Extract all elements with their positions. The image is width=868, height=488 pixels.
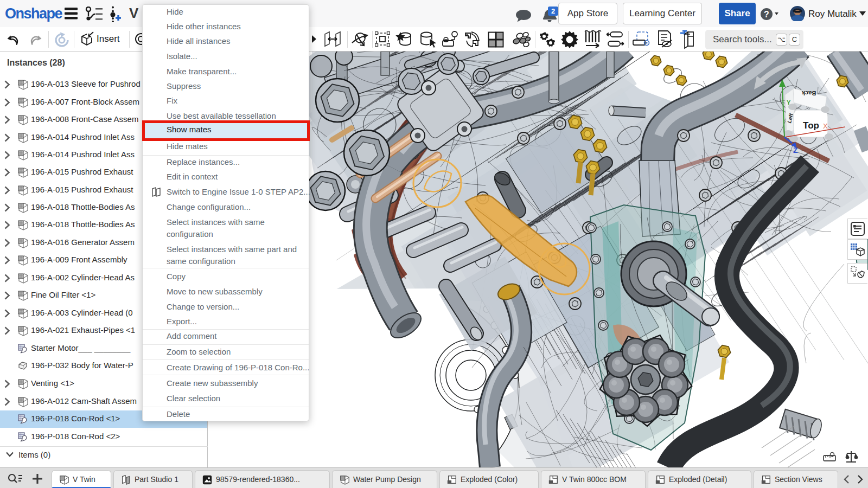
svg-text:Top: Top [803,120,819,131]
svg-text:2: 2 [551,7,555,15]
svg-text:Z: Z [793,146,798,155]
svg-text:X: X [823,122,828,130]
svg-text:?: ? [764,10,769,19]
svg-text:Y: Y [787,99,791,106]
svg-text:Back: Back [801,90,816,97]
